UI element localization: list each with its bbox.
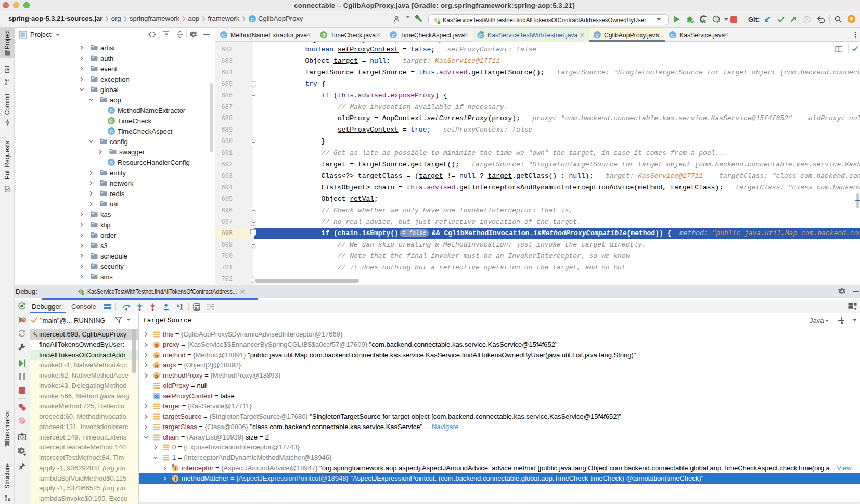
svg-text:p: p (155, 352, 158, 358)
svg-text:@: @ (322, 32, 326, 37)
svg-text:C: C (596, 32, 599, 38)
svg-text:C: C (110, 160, 113, 165)
svg-text:p: p (155, 342, 158, 347)
svg-text:p: p (155, 363, 158, 368)
svg-text:C: C (250, 16, 254, 22)
svg-text:01: 01 (155, 394, 159, 399)
svg-text:@: @ (109, 118, 114, 123)
svg-text:p: p (155, 373, 158, 379)
svg-text:C: C (110, 108, 113, 113)
svg-text:C: C (392, 32, 395, 38)
svg-text:C: C (222, 32, 226, 38)
svg-text:C: C (110, 128, 113, 134)
svg-text:C: C (479, 33, 483, 38)
svg-text:C: C (671, 32, 675, 38)
svg-text:9: 9 (22, 317, 25, 322)
